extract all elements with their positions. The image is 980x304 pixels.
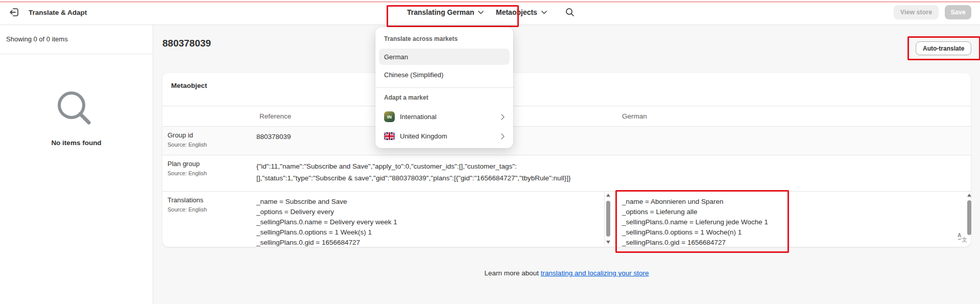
table-row: Group id Source: English 880378039 bbox=[162, 127, 971, 155]
target-language-column-header: German bbox=[622, 106, 647, 126]
translate-adapt-app: Translate & Adapt Translating German Met… bbox=[0, 0, 980, 304]
localization-help-link[interactable]: translating and localizing your store bbox=[541, 269, 649, 277]
international-market-icon: IN bbox=[384, 111, 395, 122]
scroll-down-arrow[interactable] bbox=[606, 241, 610, 244]
language-selector[interactable]: Translating German bbox=[407, 0, 484, 25]
cell-divider bbox=[604, 192, 605, 246]
resource-selector[interactable]: Metaobjects bbox=[496, 0, 547, 25]
items-sidebar: Showing 0 of 0 items No items found bbox=[0, 25, 153, 304]
field-source: Source: English bbox=[168, 141, 207, 149]
help-text: Learn more about bbox=[485, 269, 539, 277]
top-accent-line bbox=[0, 1, 980, 3]
scrollbar-thumb[interactable] bbox=[967, 200, 971, 235]
field-label: Plan group Source: English bbox=[168, 160, 207, 177]
table-header-row: Reference German bbox=[162, 106, 971, 127]
field-source: Source: English bbox=[168, 205, 207, 214]
uk-flag-icon bbox=[384, 132, 395, 140]
top-bar: Translate & Adapt Translating German Met… bbox=[0, 0, 980, 25]
language-selector-label: Translating German bbox=[407, 8, 474, 16]
card-title: Metaobject bbox=[171, 82, 207, 89]
items-count: Showing 0 of 0 items bbox=[0, 25, 153, 54]
reference-column-header: Reference bbox=[259, 106, 291, 126]
field-source: Source: English bbox=[168, 169, 207, 177]
resource-selector-label: Metaobjects bbox=[496, 8, 537, 16]
chevron-down-icon bbox=[478, 11, 484, 14]
table-row: Translations Source: English _name = Sub… bbox=[162, 192, 971, 246]
adapt-section-title: Adapt a market bbox=[384, 94, 428, 101]
auto-translate-button[interactable]: Auto-translate bbox=[916, 41, 971, 55]
translate-icon: A ↵ 文 bbox=[958, 233, 967, 243]
chevron-right-icon bbox=[501, 133, 505, 139]
chevron-down-icon bbox=[541, 11, 547, 14]
menu-item-chinese-simplified[interactable]: Chinese (Simplified) bbox=[379, 66, 510, 83]
reference-value: 880378039 bbox=[256, 133, 291, 141]
help-footer: Learn more about translating and localiz… bbox=[153, 269, 980, 277]
target-scrollbar[interactable] bbox=[967, 194, 972, 243]
reference-value: {"id":11,"name":"Subscribe and Save","ap… bbox=[256, 160, 570, 184]
table-row: Plan group Source: English {"id":11,"nam… bbox=[162, 155, 971, 192]
field-label: Group id Source: English bbox=[168, 131, 207, 149]
language-market-menu: Translate across markets German Chinese … bbox=[375, 27, 513, 148]
no-items-found-label: No items found bbox=[0, 139, 153, 147]
menu-item-german[interactable]: German bbox=[379, 49, 510, 65]
target-value-input[interactable]: _name = Abonnieren und Sparen _options =… bbox=[622, 197, 768, 248]
reference-scrollbar[interactable] bbox=[606, 194, 611, 244]
menu-divider bbox=[375, 87, 513, 88]
scrollbar-thumb[interactable] bbox=[606, 201, 610, 237]
translate-section-title: Translate across markets bbox=[384, 35, 458, 42]
reference-value: _name = Subscribe and Save _options = De… bbox=[256, 197, 397, 248]
field-label: Translations Source: English bbox=[168, 196, 207, 214]
menu-item-international[interactable]: IN International bbox=[379, 108, 510, 126]
view-store-button[interactable]: View store bbox=[894, 5, 939, 19]
save-button[interactable]: Save bbox=[945, 5, 971, 19]
magnifier-icon bbox=[52, 87, 97, 132]
resource-id-heading: 880378039 bbox=[162, 38, 211, 49]
metaobject-card: Metaobject Reference German Group id Sou… bbox=[162, 73, 971, 247]
chevron-right-icon bbox=[501, 114, 505, 120]
exit-icon[interactable] bbox=[9, 7, 19, 17]
scroll-up-arrow[interactable] bbox=[606, 194, 610, 197]
scroll-up-arrow[interactable] bbox=[967, 194, 971, 197]
search-icon[interactable] bbox=[565, 8, 575, 17]
menu-item-united-kingdom[interactable]: United Kingdom bbox=[379, 127, 510, 145]
app-title: Translate & Adapt bbox=[29, 0, 87, 25]
